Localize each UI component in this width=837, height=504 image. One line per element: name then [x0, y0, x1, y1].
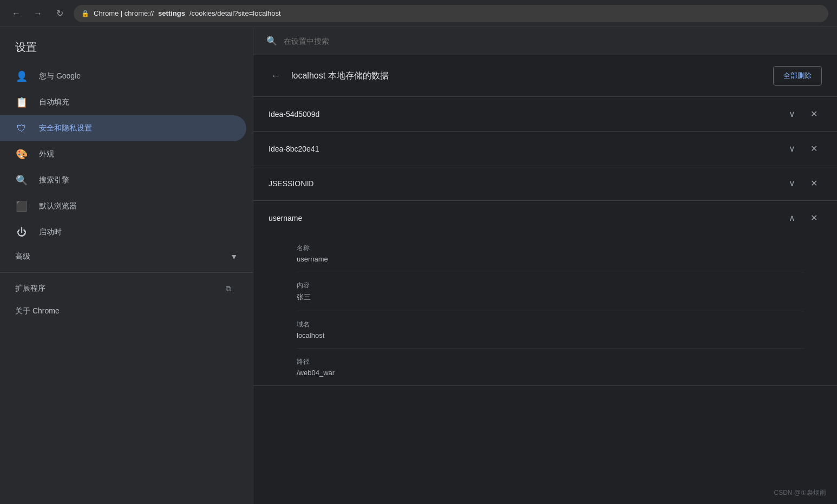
about-label: 关于 Chrome [15, 306, 60, 316]
cookie-row-username: username ∧ ✕ 名称 username 内容 张三 [253, 201, 837, 386]
advanced-chevron-icon: ▼ [230, 252, 238, 261]
address-text-bold: settings [158, 9, 185, 17]
expand-button-jsession[interactable]: ∨ [784, 176, 800, 191]
extensions-label: 扩展程序 [15, 284, 45, 293]
cookie-details-username: 名称 username 内容 张三 域名 localhost 路径 /web04… [253, 235, 837, 385]
security-icon: 🛡 [15, 122, 28, 135]
watermark: CSDN @①袅烟雨 [774, 488, 826, 498]
cookie-actions-idea2: ∨ ✕ [784, 141, 822, 156]
cookie-actions-idea1: ∨ ✕ [784, 107, 822, 121]
sidebar-item-security[interactable]: 🛡 安全和隐私设置 [0, 115, 246, 141]
cookie-name-jsession: JSESSIONID [269, 179, 313, 188]
address-text-prefix: Chrome | chrome:// [94, 9, 154, 17]
forward-button[interactable]: → [30, 6, 45, 21]
detail-header: ← localhost 本地存储的数据 全部删除 [253, 55, 837, 97]
detail-panel: ← localhost 本地存储的数据 全部删除 Idea-54d5009d ∨… [253, 55, 837, 504]
delete-all-button[interactable]: 全部删除 [773, 66, 822, 86]
expand-button-username[interactable]: ∧ [784, 211, 800, 225]
address-text-suffix: /cookies/detail?site=localhost [189, 9, 281, 17]
detail-value-domain: localhost [297, 331, 805, 339]
sidebar-item-appearance[interactable]: 🎨 外观 [0, 141, 246, 167]
cookie-name-idea1: Idea-54d5009d [269, 110, 319, 119]
reload-button[interactable]: ↻ [52, 6, 67, 21]
browser-bar: ← → ↻ 🔒 Chrome | chrome://settings/cooki… [0, 0, 837, 27]
sidebar: 设置 👤 您与 Google 📋 自动填充 🛡 安全和隐私设置 🎨 外观 🔍 搜… [0, 27, 253, 504]
search-icon: 🔍 [266, 36, 277, 46]
back-to-cookies-button[interactable]: ← [269, 68, 283, 84]
sidebar-advanced[interactable]: 高级 ▼ [0, 245, 253, 268]
sidebar-label-search: 搜索引擎 [39, 175, 69, 185]
sidebar-item-search[interactable]: 🔍 搜索引擎 [0, 167, 246, 193]
cookie-name-username: username [269, 214, 302, 222]
detail-row-path: 路径 /web04_war [297, 349, 805, 385]
sidebar-item-google[interactable]: 👤 您与 Google [0, 63, 246, 89]
detail-label-domain: 域名 [297, 320, 805, 329]
sidebar-item-autofill[interactable]: 📋 自动填充 [0, 89, 246, 115]
search-bar: 🔍 [253, 27, 837, 55]
startup-icon: ⏻ [15, 226, 28, 239]
sidebar-label-appearance: 外观 [39, 149, 54, 159]
cookie-row-header-username[interactable]: username ∧ ✕ [253, 201, 837, 235]
cookie-row-header-jsession[interactable]: JSESSIONID ∨ ✕ [253, 166, 837, 200]
back-button[interactable]: ← [9, 6, 24, 21]
cookie-actions-username: ∧ ✕ [784, 211, 822, 225]
detail-value-path: /web04_war [297, 369, 805, 377]
sidebar-label-google: 您与 Google [39, 71, 81, 81]
detail-label-content: 内容 [297, 281, 805, 290]
detail-row-name: 名称 username [297, 235, 805, 272]
settings-title: 设置 [0, 27, 253, 63]
sidebar-item-extensions[interactable]: 扩展程序 ⧉ [0, 277, 246, 300]
delete-button-idea2[interactable]: ✕ [806, 141, 822, 156]
external-link-icon: ⧉ [226, 284, 231, 293]
cookie-actions-jsession: ∨ ✕ [784, 176, 822, 191]
sidebar-label-autofill: 自动填充 [39, 97, 69, 107]
detail-label-path: 路径 [297, 357, 805, 366]
search-input[interactable] [284, 37, 824, 45]
sidebar-item-about[interactable]: 关于 Chrome [0, 300, 246, 323]
cookie-row-header-idea1[interactable]: Idea-54d5009d ∨ ✕ [253, 97, 837, 131]
detail-value-name: username [297, 255, 805, 263]
delete-button-idea1[interactable]: ✕ [806, 107, 822, 121]
autofill-icon: 📋 [15, 96, 28, 109]
expand-button-idea2[interactable]: ∨ [784, 141, 800, 156]
sidebar-label-browser: 默认浏览器 [39, 201, 77, 211]
address-bar[interactable]: 🔒 Chrome | chrome://settings/cookies/det… [74, 5, 828, 22]
detail-title: localhost 本地存储的数据 [291, 70, 389, 82]
detail-header-left: ← localhost 本地存储的数据 [269, 68, 389, 84]
cookie-row-idea1: Idea-54d5009d ∨ ✕ [253, 97, 837, 132]
cookie-row-header-idea2[interactable]: Idea-8bc20e41 ∨ ✕ [253, 132, 837, 166]
lock-icon: 🔒 [81, 10, 89, 17]
sidebar-label-security: 安全和隐私设置 [39, 123, 92, 133]
cookie-row-idea2: Idea-8bc20e41 ∨ ✕ [253, 132, 837, 166]
cookie-row-jsession: JSESSIONID ∨ ✕ [253, 166, 837, 201]
delete-button-username[interactable]: ✕ [806, 211, 822, 225]
sidebar-label-startup: 启动时 [39, 227, 62, 237]
content-area: 🔍 ← localhost 本地存储的数据 全部删除 Idea-54d5009d… [253, 27, 837, 504]
sidebar-divider [0, 272, 253, 273]
detail-label-name: 名称 [297, 244, 805, 253]
delete-button-jsession[interactable]: ✕ [806, 176, 822, 191]
browser-icon: ⬛ [15, 200, 28, 213]
detail-value-content: 张三 [297, 292, 805, 302]
google-icon: 👤 [15, 70, 28, 83]
advanced-label: 高级 [15, 252, 30, 261]
cookie-name-idea2: Idea-8bc20e41 [269, 145, 319, 153]
expand-button-idea1[interactable]: ∨ [784, 107, 800, 121]
appearance-icon: 🎨 [15, 148, 28, 161]
detail-row-content: 内容 张三 [297, 272, 805, 311]
sidebar-item-startup[interactable]: ⏻ 启动时 [0, 219, 246, 245]
main-layout: 设置 👤 您与 Google 📋 自动填充 🛡 安全和隐私设置 🎨 外观 🔍 搜… [0, 27, 837, 504]
sidebar-item-browser[interactable]: ⬛ 默认浏览器 [0, 193, 246, 219]
search-engine-icon: 🔍 [15, 174, 28, 187]
detail-row-domain: 域名 localhost [297, 311, 805, 349]
